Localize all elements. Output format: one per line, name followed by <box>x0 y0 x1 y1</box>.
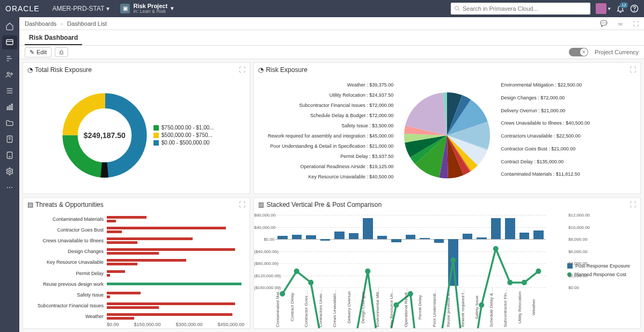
sidebar-gantt[interactable] <box>2 52 17 66</box>
project-icon: ▣ <box>120 4 130 13</box>
chevron-down-icon: ▾ <box>106 5 109 12</box>
sidebar-people[interactable] <box>2 68 17 82</box>
search-input[interactable] <box>463 5 587 12</box>
currency-toggle-label: Project Currency <box>595 49 639 55</box>
avatar-menu[interactable]: ▾ <box>596 3 611 14</box>
svg-rect-15 <box>9 105 10 110</box>
sidebar-home[interactable] <box>2 19 17 33</box>
panel-risk-exposure: ◔ Risk Exposure ⛶ Weather : $39,375.00Ut… <box>253 62 641 194</box>
environment-dropdown[interactable]: AMER-PRD-STAT ▾ <box>53 5 110 12</box>
svg-point-25 <box>11 187 12 188</box>
dashboard-grid: ◔ Total Risk Exposure ⛶ <box>19 59 644 332</box>
pie-slice-label: Environmental Mitigation : $22,500.00 <box>501 82 582 88</box>
help-icon <box>630 4 639 13</box>
donut-legend: $750,000.00 - $1,00... $500,000.00 - $75… <box>153 123 214 147</box>
donut-center-value: $249,187.50 <box>59 90 150 181</box>
sidebar-more[interactable] <box>2 181 17 194</box>
print-button[interactable]: ⎙ <box>55 47 68 57</box>
pencil-icon: ✎ <box>30 49 34 56</box>
panel-threats-opportunities: ▤ Threats & Opportunities ⛶ Contaminated… <box>23 197 250 329</box>
tab-risk-dashboard[interactable]: Risk Dashboard <box>25 31 82 45</box>
donut-chart: $249,187.50 <box>59 90 150 181</box>
sidebar-settings[interactable] <box>2 164 17 178</box>
breadcrumb-current[interactable]: Dashboard List <box>67 20 107 27</box>
svg-rect-16 <box>11 104 12 110</box>
currency-toggle[interactable]: ✕ <box>569 48 588 56</box>
toggle-knob: ✕ <box>580 48 588 56</box>
pie-slice-label: Contractors Unavailable : $22,500.00 <box>501 133 581 139</box>
notifications-button[interactable]: 12 <box>616 4 625 13</box>
svg-rect-14 <box>7 107 8 110</box>
pie-slice-label: Weather : $39,375.00 <box>347 82 393 88</box>
help-button[interactable] <box>630 4 639 13</box>
sidebar-doc2[interactable] <box>2 148 17 162</box>
edit-button[interactable]: ✎Edit <box>25 47 52 57</box>
svg-point-22 <box>9 170 11 172</box>
svg-point-10 <box>11 73 12 75</box>
pie-slice-label: Design Changes : $72,000.00 <box>501 95 565 100</box>
svg-point-0 <box>455 6 459 10</box>
expand-icon[interactable]: ⛶ <box>239 66 245 74</box>
share-icon[interactable]: ⫘ <box>617 20 623 27</box>
search-icon <box>454 5 460 12</box>
panel-title: Risk Exposure <box>266 66 307 74</box>
hbar-chart: Contaminated MaterialsContractor Goes Bu… <box>23 212 250 328</box>
panel-title: Stacked Vertical Pre & Post Comparison <box>266 201 382 208</box>
pie-slice-label: Contractor Goes Bust : $21,000.00 <box>501 146 575 151</box>
pie-slice-label: Utility Relocation : $24,937.50 <box>330 92 394 98</box>
project-subtitle: in: Lean & Risk <box>133 9 167 15</box>
tabs: Risk Dashboard <box>19 30 644 45</box>
panel-title: Threats & Opportunities <box>35 201 104 208</box>
svg-rect-4 <box>6 40 13 45</box>
notif-badge: 12 <box>620 2 628 8</box>
svg-point-9 <box>7 72 9 74</box>
pie-slice-label: Poor Understanding & Detail in Specifica… <box>270 143 394 149</box>
toolbar: ✎Edit ⎙ ✕ Project Currency <box>19 45 644 59</box>
print-icon: ⎙ <box>60 49 63 55</box>
sidebar-dashboard[interactable] <box>2 35 17 49</box>
breadcrumb-root[interactable]: Dashboards <box>25 20 56 27</box>
pie-slice-label: Subcontractor Financial Issues : $72,000… <box>299 103 394 108</box>
sidebar <box>0 17 19 332</box>
expand-icon[interactable]: ⛶ <box>633 20 639 27</box>
svg-rect-20 <box>7 152 12 158</box>
svg-point-3 <box>634 11 635 11</box>
brand-logo: ORACLE <box>5 4 40 13</box>
donut-icon: ◔ <box>27 66 33 74</box>
search-box[interactable] <box>451 3 590 15</box>
topbar: ORACLE AMER-PRD-STAT ▾ ▣ Risk Project in… <box>0 0 644 17</box>
expand-icon[interactable]: ⛶ <box>630 201 636 208</box>
avatar-icon <box>596 3 606 14</box>
pie-slice-label: Delivery Overrun : $21,000.00 <box>501 108 565 113</box>
chevron-down-icon: ▾ <box>608 6 611 11</box>
pie-slice-label: Schedule Delay & Budget : $72,000.00 <box>310 113 393 118</box>
sidebar-chart[interactable] <box>2 100 17 114</box>
breadcrumb-sep: › <box>61 20 63 27</box>
pie-slice-label: Permit Delay : $3,937.50 <box>340 154 393 159</box>
pie-slice-label: Key Resource Unavailable : $40,500.00 <box>309 174 394 179</box>
svg-line-1 <box>458 10 460 11</box>
pie-slice-label: Contract Delay : $135,000.00 <box>501 159 564 164</box>
panel-stacked-vertical: ▥ Stacked Vertical Pre & Post Comparison… <box>253 197 641 329</box>
panel-total-risk-exposure: ◔ Total Risk Exposure ⛶ <box>23 62 250 194</box>
pie-slice-label: Safety Issue : $3,500.00 <box>341 123 393 128</box>
sidebar-doc[interactable] <box>2 132 17 146</box>
pie-chart: Weather : $39,375.00Utility Relocation :… <box>254 77 640 193</box>
pie-icon: ◔ <box>258 66 264 74</box>
expand-icon[interactable]: ⛶ <box>239 201 245 208</box>
bar-chart-icon: ▥ <box>258 201 264 208</box>
environment-label: AMER-PRD-STAT <box>53 5 105 12</box>
pie-slice-label: Contaminated Materials : $11,812.50 <box>501 171 580 177</box>
svg-point-23 <box>7 187 8 188</box>
chevron-down-icon: ▾ <box>171 5 174 12</box>
svg-point-24 <box>9 187 10 188</box>
sidebar-list[interactable] <box>2 84 17 98</box>
project-dropdown[interactable]: ▣ Risk Project in: Lean & Risk ▾ <box>120 3 174 15</box>
bar-chart-icon: ▤ <box>27 201 33 208</box>
discussion-icon[interactable]: 💬 <box>600 20 608 27</box>
expand-icon[interactable]: ⛶ <box>630 66 636 74</box>
sidebar-folder[interactable] <box>2 116 17 130</box>
panel-title: Total Risk Exposure <box>35 66 92 74</box>
breadcrumb: Dashboards › Dashboard List 💬 ⫘ ⛶ <box>19 17 644 30</box>
pie-slice-label: Crews Unavailable to Illnees : $40,500.0… <box>501 120 590 126</box>
